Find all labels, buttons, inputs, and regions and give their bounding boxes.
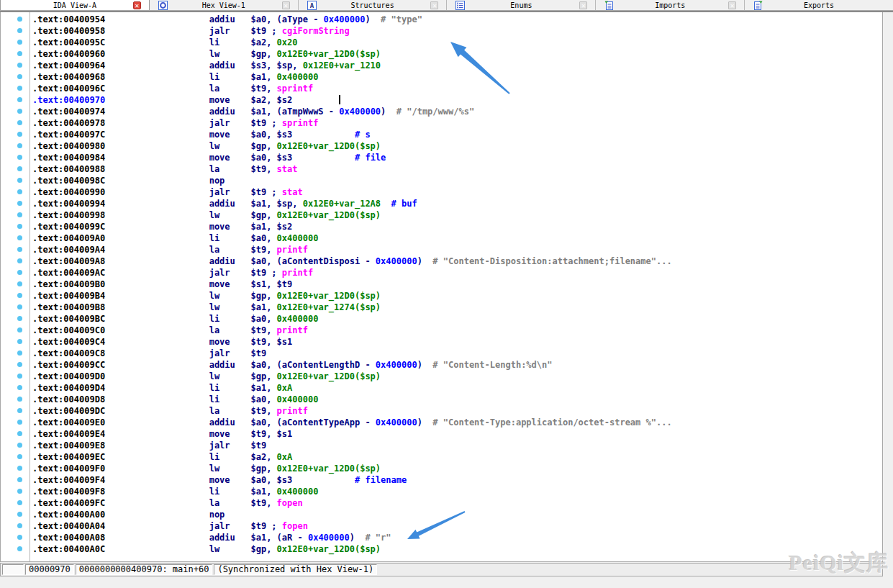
- asm-line[interactable]: .text:00400960 lw $gp, 0x12E0+var_12D0($…: [1, 48, 882, 60]
- asm-address: .text:004009E0: [32, 417, 105, 428]
- asm-operand-segment: # "r": [355, 533, 391, 543]
- asm-operand-segment: $gp,: [250, 49, 276, 59]
- asm-line[interactable]: .text:004009D4 li $a1, 0xA: [1, 382, 882, 394]
- close-icon[interactable]: ✕: [430, 1, 438, 9]
- asm-line[interactable]: .text:00400A08 addiu $a1, (aR - 0x400000…: [1, 532, 882, 543]
- asm-line[interactable]: .text:004009DC la $t9, printf: [1, 405, 882, 417]
- asm-line[interactable]: .text:00400A04 jalr $t9 ; fopen: [1, 520, 882, 532]
- asm-line[interactable]: .text:00400A0C lw $gp, 0x12E0+var_12D0($…: [1, 543, 882, 555]
- tab-structures[interactable]: A Structures ✕: [299, 0, 448, 10]
- tab-enums[interactable]: Enums ✕: [447, 0, 596, 10]
- asm-text: .text:004009C4 move $t9, $s1: [32, 336, 292, 348]
- asm-line[interactable]: .text:004009E0 addiu $a0, (aContentTypeA…: [1, 417, 882, 428]
- asm-line[interactable]: .text:00400964 addiu $s3, $sp, 0x12E0+va…: [1, 60, 882, 71]
- mnemonic: move: [209, 429, 251, 439]
- asm-text: .text:004009FC la $t9, fopen: [32, 497, 303, 509]
- asm-line[interactable]: .text:0040095C li $a2, 0x20: [1, 37, 882, 48]
- asm-operand-segment: $a0,: [250, 394, 276, 404]
- asm-line[interactable]: .text:00400998 lw $gp, 0x12E0+var_12D0($…: [1, 209, 882, 221]
- asm-line[interactable]: .text:00400988 la $t9, stat: [1, 163, 882, 175]
- mnemonic: addiu: [209, 360, 251, 370]
- asm-line[interactable]: .text:004009C4 move $t9, $s1: [1, 336, 882, 348]
- tab-ida-view-a[interactable]: IDA View-A ✕: [0, 0, 150, 10]
- asm-address: .text:004009F8: [32, 487, 105, 497]
- asm-address: .text:00400984: [32, 153, 105, 163]
- asm-line[interactable]: .text:004009CC addiu $a0, (aContentLengt…: [1, 359, 882, 371]
- asm-address: .text:0040096C: [32, 83, 105, 94]
- asm-line[interactable]: .text:004009AC jalr $t9 ; printf: [1, 267, 882, 279]
- asm-operand-segment: $a0, (aContentDisposi -: [250, 256, 375, 266]
- tab-label: Exports: [745, 1, 893, 9]
- asm-address: .text:004009A0: [32, 233, 105, 243]
- mnemonic: move: [209, 222, 251, 232]
- close-icon[interactable]: ✕: [728, 1, 736, 9]
- asm-line[interactable]: .text:004009C0 la $t9, printf: [1, 325, 882, 336]
- asm-operand-segment: 0x400000: [308, 533, 350, 543]
- mnemonic: lw: [209, 210, 251, 220]
- tab-hex-view-1[interactable]: Hex View-1 ✕: [150, 0, 299, 10]
- asm-line[interactable]: .text:0040099C move $a1, $s2: [1, 221, 882, 232]
- asm-operand-segment: sprintf: [277, 83, 314, 94]
- asm-line[interactable]: .text:00400994 addiu $a1, $sp, 0x12E0+va…: [1, 198, 882, 209]
- asm-line[interactable]: .text:00400968 li $a1, 0x400000: [1, 71, 882, 83]
- asm-operand-segment: $t9 ;: [250, 118, 281, 128]
- asm-line[interactable]: .text:00400978 jalr $t9 ; sprintf: [1, 117, 882, 129]
- asm-line[interactable]: .text:004009C8 jalr $t9: [1, 348, 882, 359]
- asm-line[interactable]: .text:004009E8 jalr $t9: [1, 440, 882, 451]
- nav-dot: [17, 258, 22, 263]
- close-icon[interactable]: ✕: [579, 1, 587, 9]
- asm-line[interactable]: .text:004009D8 li $a0, 0x400000: [1, 394, 882, 405]
- asm-operand-segment: $a0, $s3: [250, 130, 292, 140]
- asm-line[interactable]: .text:004009FC la $t9, fopen: [1, 497, 882, 509]
- asm-operand-segment: cgiFormString: [282, 26, 350, 36]
- disassembly-pane[interactable]: .text:00400954 addiu $a0, (aType - 0x400…: [0, 12, 883, 562]
- asm-line[interactable]: .text:004009EC li $a2, 0xA: [1, 451, 882, 463]
- asm-operand-segment: ): [417, 360, 422, 370]
- asm-text: .text:004009E8 jalr $t9: [32, 440, 266, 451]
- asm-text: .text:004009D0 lw $gp, 0x12E0+var_12D0($…: [32, 371, 381, 382]
- asm-line[interactable]: .text:004009D0 lw $gp, 0x12E0+var_12D0($…: [1, 371, 882, 382]
- asm-line[interactable]: .text:0040097C move $a0, $s3 # s: [1, 129, 882, 140]
- asm-line[interactable]: .text:004009F0 lw $gp, 0x12E0+var_12D0($…: [1, 463, 882, 474]
- asm-line[interactable]: .text:004009B0 move $s1, $t9: [1, 279, 882, 290]
- asm-text: .text:00400974 addiu $a1, (aTmpWwwS - 0x…: [32, 106, 474, 117]
- nav-dot: [17, 397, 22, 402]
- asm-operand-segment: 0x12E0+var_12D0($sp): [277, 210, 381, 220]
- asm-line[interactable]: .text:004009E4 move $t9, $s1: [1, 428, 882, 440]
- asm-line[interactable]: .text:00400970 move $a2, $s2: [1, 94, 882, 106]
- nav-dot: [17, 431, 22, 436]
- asm-line[interactable]: .text:0040096C la $t9, sprintf: [1, 83, 882, 94]
- asm-line[interactable]: .text:004009B4 lw $gp, 0x12E0+var_12D0($…: [1, 290, 882, 302]
- asm-operand-segment: $gp,: [250, 291, 276, 301]
- tab-imports[interactable]: Imports ✕: [596, 0, 745, 10]
- tab-exports[interactable]: Exports: [745, 0, 893, 10]
- asm-text: .text:00400990 jalr $t9 ; stat: [32, 186, 303, 198]
- asm-line[interactable]: .text:00400980 lw $gp, 0x12E0+var_12D0($…: [1, 140, 882, 152]
- asm-line[interactable]: .text:00400A00 nop: [1, 509, 882, 520]
- asm-operand-segment: 0x400000: [277, 487, 319, 497]
- asm-line[interactable]: .text:004009B8 lw $a1, 0x12E0+var_1274($…: [1, 302, 882, 313]
- asm-line[interactable]: .text:00400958 jalr $t9 ; cgiFormString: [1, 25, 882, 37]
- asm-address: .text:004009A4: [32, 245, 105, 255]
- asm-operand-segment: printf: [277, 406, 308, 416]
- asm-line[interactable]: .text:004009F4 move $a0, $s3 # filename: [1, 474, 882, 486]
- asm-operand-segment: $t9 ;: [250, 187, 281, 197]
- asm-line[interactable]: .text:00400990 jalr $t9 ; stat: [1, 186, 882, 198]
- asm-line[interactable]: .text:004009A4 la $t9, printf: [1, 244, 882, 255]
- asm-line[interactable]: .text:0040098C nop: [1, 175, 882, 186]
- asm-line[interactable]: .text:00400984 move $a0, $s3 # file: [1, 152, 882, 163]
- asm-text: .text:00400970 move $a2, $s2: [32, 94, 340, 106]
- nav-dot: [17, 224, 22, 229]
- asm-line[interactable]: .text:00400954 addiu $a0, (aType - 0x400…: [1, 14, 882, 25]
- asm-line[interactable]: .text:00400974 addiu $a1, (aTmpWwwS - 0x…: [1, 106, 882, 117]
- asm-line[interactable]: .text:004009A0 li $a0, 0x400000: [1, 232, 882, 244]
- close-icon[interactable]: ✕: [282, 1, 290, 9]
- asm-line[interactable]: .text:004009F8 li $a1, 0x400000: [1, 486, 882, 497]
- asm-line[interactable]: .text:004009BC li $a0, 0x400000: [1, 313, 882, 325]
- asm-text: .text:004009A0 li $a0, 0x400000: [32, 232, 318, 244]
- asm-operand-segment: $a1, (aTmpWwwS -: [250, 107, 339, 117]
- asm-line[interactable]: .text:004009A8 addiu $a0, (aContentDispo…: [1, 255, 882, 267]
- asm-address: .text:00400A0C: [32, 544, 105, 554]
- asm-address: .text:004009DC: [32, 406, 105, 416]
- close-icon[interactable]: ✕: [133, 1, 141, 9]
